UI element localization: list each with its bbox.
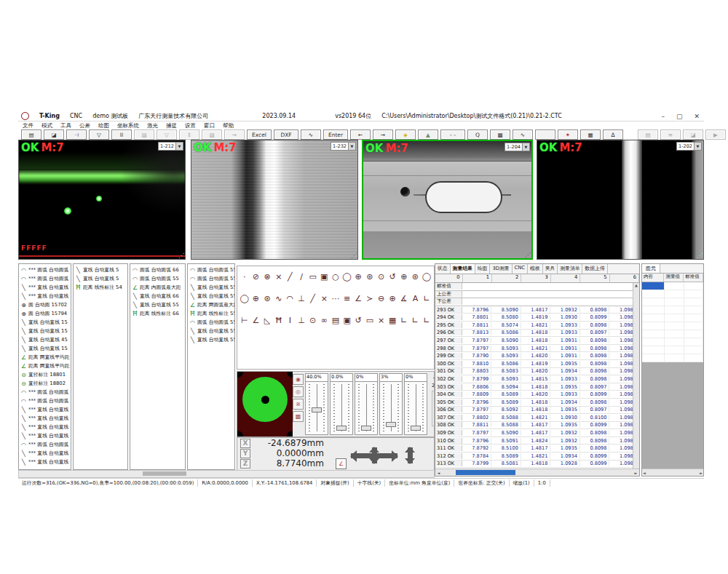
star-button[interactable]: ✶: [558, 129, 578, 140]
measure-list-item[interactable]: ╲*** 直线 自动直线: [19, 458, 71, 466]
element-row[interactable]: [642, 338, 703, 346]
toolbox-tool-icon[interactable]: ⊥: [296, 314, 307, 326]
toolbox-tool-icon[interactable]: ⊛: [261, 292, 273, 304]
toolbox-tool-icon[interactable]: ⊘: [250, 271, 262, 282]
menu-item[interactable]: 模式: [41, 122, 52, 129]
camera-2-range-dropdown[interactable]: 1-232▼: [331, 142, 356, 151]
light-ring-preview[interactable]: [237, 372, 293, 437]
table-row[interactable]: 306 OK7.87978.50921.48181.09350.80971.09…: [435, 407, 639, 415]
measure-list-item[interactable]: ∠距离 两直线平均距: [19, 353, 71, 362]
toolbox-tool-icon[interactable]: ∿: [273, 292, 285, 304]
light-mini-button[interactable]: ▩: [293, 411, 304, 422]
measure-list-item[interactable]: ╲直线 自动直线 45: [19, 335, 71, 344]
toolbox-tool-icon[interactable]: ×: [273, 271, 285, 282]
light-mini-button[interactable]: ≋: [293, 399, 304, 410]
measure-list-item[interactable]: ╲直线 自动直线 55: [188, 283, 234, 292]
pattern-button[interactable]: ▩: [490, 129, 510, 140]
measure-list-item[interactable]: ╲*** 直线 自动直线: [19, 283, 71, 292]
element-row[interactable]: [642, 314, 703, 322]
light-bulb-button[interactable]: ◈: [395, 129, 416, 140]
table-row[interactable]: 308 OK7.88118.50881.48171.09350.80991.09…: [435, 422, 639, 430]
toolbox-tool-icon[interactable]: ▣: [318, 271, 330, 282]
block-button[interactable]: ▨: [202, 129, 222, 140]
toolbox-tool-icon[interactable]: ▭: [307, 271, 319, 282]
measure-list-item[interactable]: ◠圆弧 自动圆弧 55: [188, 274, 234, 283]
menu-item[interactable]: 坐标系统: [117, 122, 139, 129]
table-row[interactable]: 295 OK7.88118.50741.48211.09330.80981.09…: [435, 322, 639, 330]
updown-button[interactable]: ↕: [179, 129, 199, 140]
table-row[interactable]: 304 OK7.88098.50891.48201.09330.80991.09…: [435, 391, 639, 399]
measure-list-item[interactable]: ╲直线 自动直线 66: [130, 292, 185, 300]
column-header[interactable]: 0: [435, 274, 463, 282]
table-special-row[interactable]: 下公差: [435, 298, 639, 306]
open-button[interactable]: ◪: [44, 129, 64, 140]
toolbox-tool-icon[interactable]: ⊕: [387, 292, 398, 304]
table-row[interactable]: 294 OK7.88018.50801.48191.09300.80991.09…: [435, 314, 639, 322]
measure-list-item[interactable]: ╲直线 自动直线 5: [74, 266, 127, 274]
toolbox-tool-icon[interactable]: Ħ: [273, 314, 285, 326]
toolbox-tool-icon[interactable]: ⋯: [330, 292, 341, 304]
measure-list-item[interactable]: ╲*** 直线 自动直线: [19, 405, 71, 414]
table-row[interactable]: 303 OK7.88068.50941.48181.09350.80971.09…: [435, 383, 639, 391]
element-row[interactable]: [642, 346, 703, 354]
toolbox-tool-icon[interactable]: ≡: [341, 292, 353, 304]
column-header[interactable]: 2: [492, 274, 521, 282]
table-special-row[interactable]: 标准值: [435, 283, 639, 291]
toolbox-tool-icon[interactable]: ⊢: [239, 314, 250, 326]
measure-list-item[interactable]: ◠圆弧 自动圆弧 66: [130, 266, 185, 274]
curve-button[interactable]: ∿: [513, 129, 533, 140]
column-header[interactable]: 5: [580, 274, 609, 282]
element-row[interactable]: [642, 330, 703, 338]
toolbox-tool-icon[interactable]: A: [410, 292, 422, 304]
table-special-row[interactable]: 上公差: [435, 291, 639, 299]
toolbox-tool-icon[interactable]: ⊕: [352, 271, 364, 282]
table-row[interactable]: 297 OK7.87978.50901.48181.09310.80981.09…: [435, 337, 639, 345]
measure-list-item[interactable]: ╲*** 直线 自动直线: [19, 292, 71, 300]
toolbox-tool-icon[interactable]: ◠: [285, 292, 296, 304]
measure-list-item[interactable]: ╲直线 自动直线 55: [188, 292, 234, 300]
table-row[interactable]: 299 OK7.87908.50931.48201.09310.80981.09…: [435, 352, 639, 360]
measure-list-item[interactable]: ⊖直径标注 18802: [19, 379, 71, 388]
measure-list-item[interactable]: ◠圆弧 自动圆弧 55: [188, 266, 234, 274]
toolbox-tool-icon[interactable]: ≻: [364, 292, 376, 304]
results-vertical-scrollbar[interactable]: ▲: [633, 283, 639, 469]
arrow-left-button[interactable]: ←: [350, 129, 371, 140]
table-row[interactable]: 301 OK7.88038.50831.48201.09340.80981.09…: [435, 368, 639, 376]
resize-grip-icon[interactable]: ⋰: [178, 252, 184, 259]
toolbox-tool-icon[interactable]: ×: [318, 292, 330, 304]
chevron-down-icon[interactable]: ▼: [348, 143, 355, 150]
toolbox-tool-icon[interactable]: ∞: [318, 314, 330, 326]
column-header[interactable]: 3: [521, 274, 550, 282]
measure-list-item[interactable]: Ħ距离 线性标注 55: [188, 309, 234, 318]
table-row[interactable]: 296 OK7.88138.50861.48181.09330.80971.09…: [435, 330, 639, 338]
slider-thumb[interactable]: [386, 422, 396, 427]
send-button[interactable]: →: [224, 129, 245, 140]
menu-item[interactable]: 激光: [147, 122, 158, 129]
toolbox-tool-icon[interactable]: ⊙: [376, 271, 387, 282]
toolbox-tool-icon[interactable]: ○: [330, 271, 341, 282]
plug-button[interactable]: ∿: [301, 129, 321, 140]
menu-item[interactable]: 帮助: [223, 122, 234, 129]
toolbox-tool-icon[interactable]: ⊛: [364, 271, 376, 282]
measure-list-item[interactable]: Ħ距离 线性标注 54: [74, 283, 127, 292]
results-tab[interactable]: 状态: [435, 264, 451, 274]
measure-list-item[interactable]: Ħ距离 线性标注 66: [130, 309, 185, 318]
slider-thumb[interactable]: [361, 426, 371, 431]
toolbox-tool-icon[interactable]: ▤: [330, 314, 341, 326]
element-row[interactable]: [642, 282, 703, 290]
element-column-header[interactable]: 标准值: [684, 274, 703, 282]
toolbox-tool-icon[interactable]: ╱: [307, 292, 319, 304]
resize-grip-icon[interactable]: ⋰: [697, 252, 703, 259]
toolbox-tool-icon[interactable]: ∟: [421, 292, 432, 304]
toolbox-tool-icon[interactable]: I: [285, 314, 296, 326]
toolbox-tool-icon[interactable]: ╱: [285, 271, 296, 282]
focus-down-button[interactable]: ▽: [157, 129, 177, 140]
measure-list-item[interactable]: ◠圆弧 自动圆弧 55: [188, 318, 234, 327]
measure-list-1[interactable]: ◠*** 圆弧 自动圆弧◠*** 圆弧 自动圆弧╲*** 直线 自动直线╲***…: [18, 263, 71, 470]
light-channel-slider[interactable]: 0%: [404, 373, 427, 435]
toolbox-tool-icon[interactable]: ↺: [387, 271, 398, 282]
list-button[interactable]: ≡: [660, 129, 681, 140]
element-row[interactable]: [642, 354, 703, 362]
toolbox-tool-icon[interactable]: ⊕: [250, 292, 262, 304]
measure-list-item[interactable]: ╲*** 直线 自动直线: [19, 414, 71, 423]
